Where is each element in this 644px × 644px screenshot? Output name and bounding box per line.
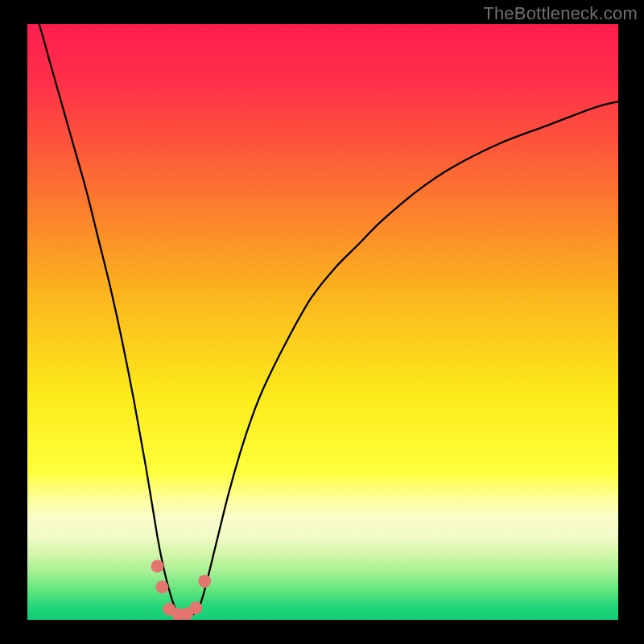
chart-background	[27, 24, 618, 620]
chart-frame: TheBottleneck.com	[0, 0, 644, 644]
marker-point	[151, 559, 163, 572]
marker-point	[155, 580, 168, 593]
marker-point	[198, 575, 211, 588]
watermark-text: TheBottleneck.com	[483, 3, 638, 24]
marker-point	[189, 601, 202, 614]
chart-svg	[27, 24, 618, 620]
chart-plot-area	[27, 24, 618, 620]
